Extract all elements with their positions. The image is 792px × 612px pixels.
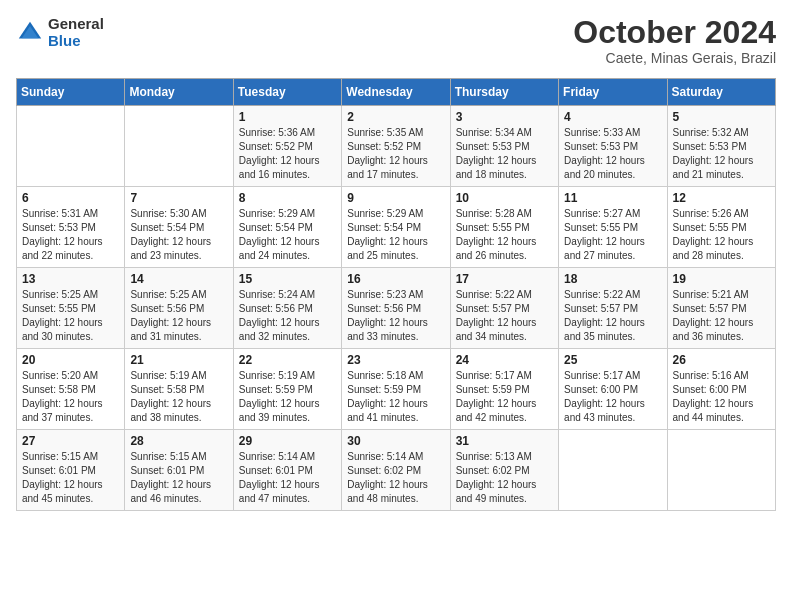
day-number: 4	[564, 110, 661, 124]
day-number: 26	[673, 353, 770, 367]
header-day-thursday: Thursday	[450, 79, 558, 106]
page-header: General Blue October 2024 Caete, Minas G…	[16, 16, 776, 66]
day-detail: Sunrise: 5:30 AMSunset: 5:54 PMDaylight:…	[130, 207, 227, 263]
day-number: 14	[130, 272, 227, 286]
calendar-body: 1 Sunrise: 5:36 AMSunset: 5:52 PMDayligh…	[17, 106, 776, 511]
day-number: 29	[239, 434, 336, 448]
day-detail: Sunrise: 5:22 AMSunset: 5:57 PMDaylight:…	[564, 288, 661, 344]
day-number: 30	[347, 434, 444, 448]
calendar-cell: 1 Sunrise: 5:36 AMSunset: 5:52 PMDayligh…	[233, 106, 341, 187]
day-number: 5	[673, 110, 770, 124]
calendar-cell: 21 Sunrise: 5:19 AMSunset: 5:58 PMDaylig…	[125, 349, 233, 430]
header-day-wednesday: Wednesday	[342, 79, 450, 106]
day-number: 31	[456, 434, 553, 448]
calendar-cell: 12 Sunrise: 5:26 AMSunset: 5:55 PMDaylig…	[667, 187, 775, 268]
logo-blue: Blue	[48, 33, 104, 50]
calendar-cell: 26 Sunrise: 5:16 AMSunset: 6:00 PMDaylig…	[667, 349, 775, 430]
calendar-cell: 27 Sunrise: 5:15 AMSunset: 6:01 PMDaylig…	[17, 430, 125, 511]
day-detail: Sunrise: 5:21 AMSunset: 5:57 PMDaylight:…	[673, 288, 770, 344]
day-number: 17	[456, 272, 553, 286]
day-number: 15	[239, 272, 336, 286]
week-row-4: 20 Sunrise: 5:20 AMSunset: 5:58 PMDaylig…	[17, 349, 776, 430]
day-detail: Sunrise: 5:23 AMSunset: 5:56 PMDaylight:…	[347, 288, 444, 344]
logo: General Blue	[16, 16, 104, 49]
calendar-cell: 5 Sunrise: 5:32 AMSunset: 5:53 PMDayligh…	[667, 106, 775, 187]
calendar-cell: 2 Sunrise: 5:35 AMSunset: 5:52 PMDayligh…	[342, 106, 450, 187]
day-detail: Sunrise: 5:13 AMSunset: 6:02 PMDaylight:…	[456, 450, 553, 506]
day-detail: Sunrise: 5:29 AMSunset: 5:54 PMDaylight:…	[347, 207, 444, 263]
calendar-cell: 22 Sunrise: 5:19 AMSunset: 5:59 PMDaylig…	[233, 349, 341, 430]
day-number: 25	[564, 353, 661, 367]
header-row: SundayMondayTuesdayWednesdayThursdayFrid…	[17, 79, 776, 106]
day-detail: Sunrise: 5:17 AMSunset: 5:59 PMDaylight:…	[456, 369, 553, 425]
day-number: 16	[347, 272, 444, 286]
day-detail: Sunrise: 5:20 AMSunset: 5:58 PMDaylight:…	[22, 369, 119, 425]
day-number: 28	[130, 434, 227, 448]
title-block: October 2024 Caete, Minas Gerais, Brazil	[573, 16, 776, 66]
calendar-cell	[667, 430, 775, 511]
calendar-cell: 30 Sunrise: 5:14 AMSunset: 6:02 PMDaylig…	[342, 430, 450, 511]
day-number: 7	[130, 191, 227, 205]
logo-icon	[16, 19, 44, 47]
day-detail: Sunrise: 5:19 AMSunset: 5:59 PMDaylight:…	[239, 369, 336, 425]
day-detail: Sunrise: 5:17 AMSunset: 6:00 PMDaylight:…	[564, 369, 661, 425]
day-number: 24	[456, 353, 553, 367]
header-day-tuesday: Tuesday	[233, 79, 341, 106]
day-number: 20	[22, 353, 119, 367]
calendar-cell: 8 Sunrise: 5:29 AMSunset: 5:54 PMDayligh…	[233, 187, 341, 268]
day-detail: Sunrise: 5:33 AMSunset: 5:53 PMDaylight:…	[564, 126, 661, 182]
calendar-cell: 15 Sunrise: 5:24 AMSunset: 5:56 PMDaylig…	[233, 268, 341, 349]
calendar-cell: 3 Sunrise: 5:34 AMSunset: 5:53 PMDayligh…	[450, 106, 558, 187]
day-detail: Sunrise: 5:26 AMSunset: 5:55 PMDaylight:…	[673, 207, 770, 263]
calendar-table: SundayMondayTuesdayWednesdayThursdayFrid…	[16, 78, 776, 511]
day-detail: Sunrise: 5:29 AMSunset: 5:54 PMDaylight:…	[239, 207, 336, 263]
calendar-cell: 17 Sunrise: 5:22 AMSunset: 5:57 PMDaylig…	[450, 268, 558, 349]
header-day-monday: Monday	[125, 79, 233, 106]
calendar-cell: 23 Sunrise: 5:18 AMSunset: 5:59 PMDaylig…	[342, 349, 450, 430]
calendar-cell: 19 Sunrise: 5:21 AMSunset: 5:57 PMDaylig…	[667, 268, 775, 349]
day-number: 9	[347, 191, 444, 205]
calendar-cell: 14 Sunrise: 5:25 AMSunset: 5:56 PMDaylig…	[125, 268, 233, 349]
calendar-cell: 7 Sunrise: 5:30 AMSunset: 5:54 PMDayligh…	[125, 187, 233, 268]
day-number: 21	[130, 353, 227, 367]
day-detail: Sunrise: 5:18 AMSunset: 5:59 PMDaylight:…	[347, 369, 444, 425]
day-number: 27	[22, 434, 119, 448]
day-number: 10	[456, 191, 553, 205]
day-number: 6	[22, 191, 119, 205]
calendar-cell: 18 Sunrise: 5:22 AMSunset: 5:57 PMDaylig…	[559, 268, 667, 349]
day-detail: Sunrise: 5:14 AMSunset: 6:01 PMDaylight:…	[239, 450, 336, 506]
calendar-cell: 24 Sunrise: 5:17 AMSunset: 5:59 PMDaylig…	[450, 349, 558, 430]
header-day-sunday: Sunday	[17, 79, 125, 106]
day-detail: Sunrise: 5:15 AMSunset: 6:01 PMDaylight:…	[130, 450, 227, 506]
calendar-cell	[17, 106, 125, 187]
day-number: 3	[456, 110, 553, 124]
calendar-cell: 25 Sunrise: 5:17 AMSunset: 6:00 PMDaylig…	[559, 349, 667, 430]
day-number: 22	[239, 353, 336, 367]
day-detail: Sunrise: 5:25 AMSunset: 5:56 PMDaylight:…	[130, 288, 227, 344]
calendar-cell	[559, 430, 667, 511]
day-detail: Sunrise: 5:28 AMSunset: 5:55 PMDaylight:…	[456, 207, 553, 263]
calendar-cell: 11 Sunrise: 5:27 AMSunset: 5:55 PMDaylig…	[559, 187, 667, 268]
day-detail: Sunrise: 5:36 AMSunset: 5:52 PMDaylight:…	[239, 126, 336, 182]
week-row-3: 13 Sunrise: 5:25 AMSunset: 5:55 PMDaylig…	[17, 268, 776, 349]
week-row-2: 6 Sunrise: 5:31 AMSunset: 5:53 PMDayligh…	[17, 187, 776, 268]
calendar-cell: 16 Sunrise: 5:23 AMSunset: 5:56 PMDaylig…	[342, 268, 450, 349]
calendar-cell: 13 Sunrise: 5:25 AMSunset: 5:55 PMDaylig…	[17, 268, 125, 349]
calendar-cell: 10 Sunrise: 5:28 AMSunset: 5:55 PMDaylig…	[450, 187, 558, 268]
day-detail: Sunrise: 5:14 AMSunset: 6:02 PMDaylight:…	[347, 450, 444, 506]
day-detail: Sunrise: 5:34 AMSunset: 5:53 PMDaylight:…	[456, 126, 553, 182]
day-detail: Sunrise: 5:32 AMSunset: 5:53 PMDaylight:…	[673, 126, 770, 182]
logo-general: General	[48, 16, 104, 33]
day-detail: Sunrise: 5:22 AMSunset: 5:57 PMDaylight:…	[456, 288, 553, 344]
day-detail: Sunrise: 5:31 AMSunset: 5:53 PMDaylight:…	[22, 207, 119, 263]
day-number: 11	[564, 191, 661, 205]
day-number: 18	[564, 272, 661, 286]
location: Caete, Minas Gerais, Brazil	[573, 50, 776, 66]
day-number: 13	[22, 272, 119, 286]
day-number: 8	[239, 191, 336, 205]
calendar-cell: 20 Sunrise: 5:20 AMSunset: 5:58 PMDaylig…	[17, 349, 125, 430]
calendar-cell: 28 Sunrise: 5:15 AMSunset: 6:01 PMDaylig…	[125, 430, 233, 511]
day-detail: Sunrise: 5:24 AMSunset: 5:56 PMDaylight:…	[239, 288, 336, 344]
calendar-cell: 6 Sunrise: 5:31 AMSunset: 5:53 PMDayligh…	[17, 187, 125, 268]
month-title: October 2024	[573, 16, 776, 48]
